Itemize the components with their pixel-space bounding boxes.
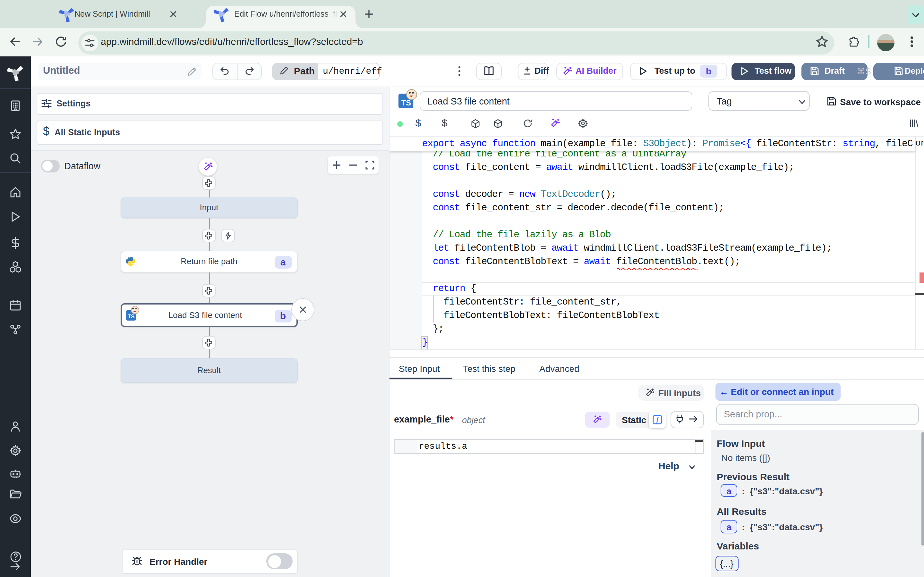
svg-text:TS: TS (401, 99, 411, 107)
svg-text:f: f (656, 416, 659, 423)
svg-text:TS: TS (128, 314, 135, 319)
